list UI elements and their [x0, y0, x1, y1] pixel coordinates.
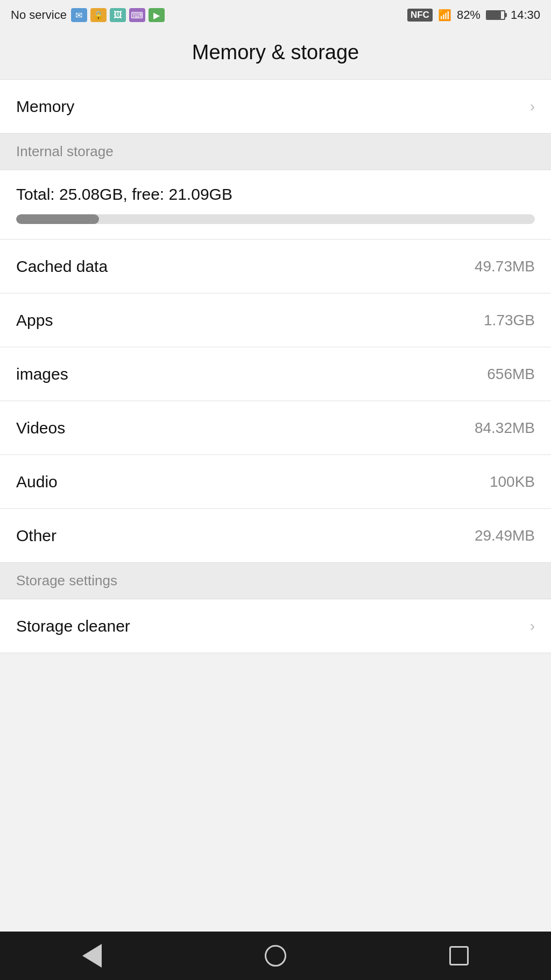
apps-row[interactable]: Apps 1.73GB: [0, 293, 551, 347]
home-icon: [265, 945, 286, 967]
cached-data-right: 49.73MB: [475, 258, 535, 275]
storage-settings-header: Storage settings: [0, 563, 551, 599]
storage-bar-fill: [16, 214, 99, 224]
signal-icon: 📶: [438, 9, 451, 22]
audio-row[interactable]: Audio 100KB: [0, 455, 551, 509]
other-row[interactable]: Other 29.49MB: [0, 509, 551, 563]
cached-data-row[interactable]: Cached data 49.73MB: [0, 240, 551, 293]
status-icons: ✉ 🔒 🖼 ⌨ ▶: [71, 8, 165, 22]
nav-bar: [0, 932, 551, 980]
storage-total-text: Total: 25.08GB, free: 21.09GB: [16, 185, 535, 204]
notification-icon-1: ✉: [71, 8, 87, 22]
other-value: 29.49MB: [475, 527, 535, 544]
storage-cleaner-chevron: ›: [530, 618, 535, 635]
videos-right: 84.32MB: [475, 419, 535, 437]
storage-cleaner-row[interactable]: Storage cleaner ›: [0, 599, 551, 653]
status-right: NFC 📶 82% 14:30: [407, 8, 540, 22]
videos-row[interactable]: Videos 84.32MB: [0, 401, 551, 455]
time-display: 14:30: [511, 8, 540, 22]
apps-right: 1.73GB: [484, 312, 535, 329]
images-value: 656MB: [487, 366, 535, 383]
recents-button[interactable]: [443, 940, 475, 972]
memory-chevron: ›: [530, 98, 535, 115]
notification-icon-4: ⌨: [129, 8, 145, 22]
page-title-container: Memory & storage: [0, 30, 551, 80]
other-label: Other: [16, 527, 56, 545]
storage-cleaner-right: ›: [530, 618, 535, 635]
back-icon: [82, 944, 102, 968]
videos-value: 84.32MB: [475, 419, 535, 437]
audio-value: 100KB: [490, 473, 535, 491]
memory-right: ›: [530, 98, 535, 115]
nfc-badge: NFC: [407, 9, 433, 22]
battery-percent: 82%: [457, 8, 481, 22]
no-service-text: No service: [11, 8, 67, 22]
content-area: Memory › Internal storage Total: 25.08GB…: [0, 80, 551, 932]
storage-cleaner-label: Storage cleaner: [16, 617, 130, 635]
storage-settings-header-text: Storage settings: [16, 572, 117, 589]
internal-storage-header: Internal storage: [0, 134, 551, 170]
battery-icon: [486, 10, 505, 20]
videos-label: Videos: [16, 419, 65, 437]
cached-data-value: 49.73MB: [475, 258, 535, 275]
memory-row[interactable]: Memory ›: [0, 80, 551, 134]
apps-value: 1.73GB: [484, 312, 535, 329]
images-label: images: [16, 365, 68, 383]
audio-right: 100KB: [490, 473, 535, 491]
back-button[interactable]: [76, 940, 108, 972]
memory-label: Memory: [16, 97, 74, 116]
notification-icon-2: 🔒: [90, 8, 107, 22]
images-row[interactable]: images 656MB: [0, 347, 551, 401]
storage-info: Total: 25.08GB, free: 21.09GB: [0, 170, 551, 240]
internal-storage-header-text: Internal storage: [16, 143, 114, 159]
storage-bar-background: [16, 214, 535, 224]
recents-icon: [449, 946, 469, 965]
notification-icon-5: ▶: [149, 8, 165, 22]
apps-label: Apps: [16, 311, 53, 330]
status-left: No service ✉ 🔒 🖼 ⌨ ▶: [11, 8, 165, 22]
home-button[interactable]: [259, 940, 292, 972]
other-right: 29.49MB: [475, 527, 535, 544]
status-bar: No service ✉ 🔒 🖼 ⌨ ▶ NFC 📶 82% 14:30: [0, 0, 551, 30]
audio-label: Audio: [16, 473, 58, 491]
images-right: 656MB: [487, 366, 535, 383]
page-title: Memory & storage: [16, 41, 535, 64]
cached-data-label: Cached data: [16, 257, 108, 276]
notification-icon-3: 🖼: [110, 8, 126, 22]
